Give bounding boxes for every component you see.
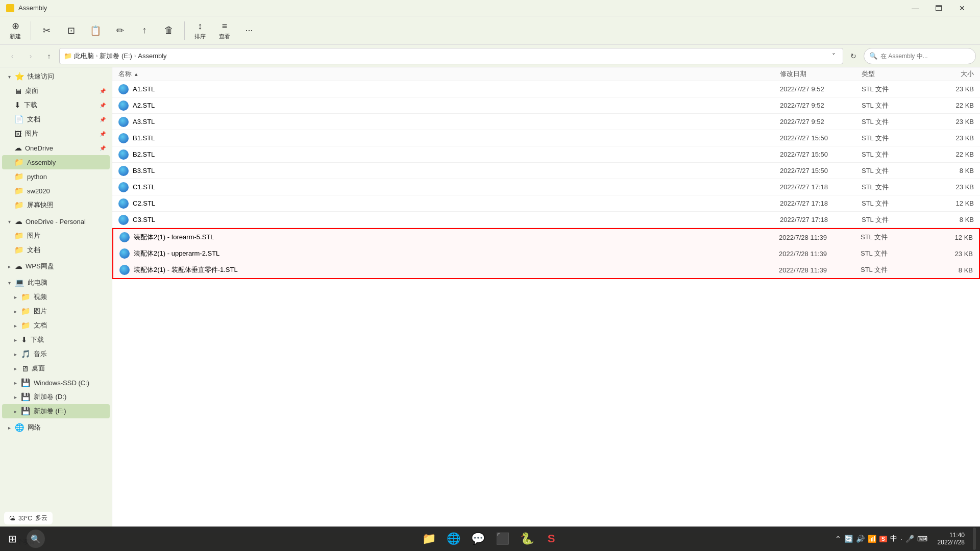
share-button[interactable]: ↑ [133, 18, 156, 43]
sidebar-item-python[interactable]: 📁 python [2, 169, 110, 184]
taskbar-app-terminal[interactable]: ⬛ [491, 528, 513, 550]
sidebar-pc-docs[interactable]: ▸ 📁 文档 [2, 318, 110, 333]
cut-button[interactable]: ✂ [35, 18, 58, 43]
forward-button[interactable]: › [22, 48, 39, 64]
tray-input-icon[interactable]: 中 [890, 534, 897, 543]
csdn-tray-icon[interactable]: S [879, 536, 887, 542]
taskbar-app-wechat[interactable]: 💬 [467, 528, 489, 550]
sidebar-thispc-header[interactable]: ▾ 💻 此电脑 [2, 276, 110, 290]
sidebar-wps-header[interactable]: ▸ ☁ WPS网盘 [2, 259, 110, 273]
taskbar-search-button[interactable]: 🔍 [27, 530, 45, 548]
clock[interactable]: 11:40 2022/7/28 [934, 532, 969, 546]
sidebar-item-documents[interactable]: 📄 文档 📌 [2, 112, 110, 127]
sidebar-drive-e[interactable]: ▸ 💾 新加卷 (E:) [2, 404, 110, 418]
sidebar-drive-c[interactable]: ▸ 💾 Windows-SSD (C:) [2, 375, 110, 390]
table-row[interactable]: B2.STL 2022/7/27 15:50 STL 文件 22 KB [112, 146, 980, 163]
sort-button[interactable]: ↕ 排序 [189, 18, 211, 43]
sidebar-item-screenshots[interactable]: 📁 屏幕快照 [2, 198, 110, 212]
download-icon: ⬇ [14, 101, 21, 110]
expand-icon-5: ▸ [14, 294, 17, 300]
col-size-header[interactable]: 大小 [923, 69, 974, 79]
file-name: 装配体2(1) - upperarm-2.STL [134, 249, 219, 258]
sidebar-pc-pictures[interactable]: ▸ 📁 图片 [2, 304, 110, 318]
table-row[interactable]: 装配体2(1) - forearm-5.STL 2022/7/28 11:39 … [113, 229, 979, 245]
file-date: 2022/7/27 15:50 [780, 151, 862, 158]
table-row[interactable]: 装配体2(1) - upperarm-2.STL 2022/7/28 11:39… [113, 245, 979, 262]
col-name-header[interactable]: 名称 ▲ [118, 69, 780, 79]
breadcrumb[interactable]: 📁 此电脑 › 新加卷 (E:) › Assembly ˅ [59, 48, 843, 64]
sidebar-item-assembly[interactable]: 📁 Assembly [2, 155, 110, 169]
table-row[interactable]: C1.STL 2022/7/27 17:18 STL 文件 23 KB [112, 179, 980, 195]
new-icon: ⊕ [12, 20, 19, 32]
sidebar-item-downloads[interactable]: ⬇ 下载 📌 [2, 98, 110, 112]
pc-downloads-label: 下载 [31, 335, 44, 344]
stl-file-icon [118, 149, 129, 160]
file-type: STL 文件 [862, 150, 923, 159]
back-button[interactable]: ‹ [4, 48, 20, 64]
table-row[interactable]: B1.STL 2022/7/27 15:50 STL 文件 23 KB [112, 130, 980, 146]
sidebar-onedrive-personal-header[interactable]: ▾ ☁ OneDrive - Personal [2, 214, 110, 229]
breadcrumb-dropdown[interactable]: ˅ [828, 52, 839, 60]
file-name-cell: C1.STL [118, 182, 780, 192]
tray-wifi-icon[interactable]: 📶 [868, 535, 876, 543]
table-row[interactable]: A3.STL 2022/7/27 9:52 STL 文件 23 KB [112, 114, 980, 130]
table-row[interactable]: C3.STL 2022/7/27 17:18 STL 文件 8 KB [112, 212, 980, 228]
tray-speaker-icon[interactable]: 🔊 [856, 535, 865, 543]
table-row[interactable]: 装配体2(1) - 装配体垂直零件-1.STL 2022/7/28 11:39 … [113, 262, 979, 278]
tray-mic-icon[interactable]: 🎤 [905, 535, 914, 543]
paste-button[interactable]: 📋 [84, 18, 107, 43]
expand-icon-14: ▸ [8, 425, 11, 431]
sidebar-quick-access-header[interactable]: ▾ ⭐ 快速访问 [2, 69, 110, 84]
table-row[interactable]: A2.STL 2022/7/27 9:52 STL 文件 22 KB [112, 97, 980, 114]
start-button[interactable]: ⊞ [0, 527, 24, 551]
sidebar-onedrive-pictures[interactable]: 📁 图片 [2, 229, 110, 243]
search-input[interactable] [880, 53, 970, 60]
sidebar-item-pictures[interactable]: 🖼 图片 📌 [2, 127, 110, 141]
more-button[interactable]: ··· [238, 18, 260, 43]
file-size: 23 KB [923, 183, 974, 191]
sidebar-item-desktop[interactable]: 🖥 桌面 📌 [2, 84, 110, 98]
taskbar-app-solidworks[interactable]: S [540, 528, 562, 550]
sidebar-onedrive-docs[interactable]: 📁 文档 [2, 243, 110, 257]
taskbar-app-browser[interactable]: 🌐 [442, 528, 464, 550]
more-icon: ··· [245, 25, 253, 36]
new-button[interactable]: ⊕ 新建 [4, 18, 27, 43]
sidebar-drive-d[interactable]: ▸ 💾 新加卷 (D:) [2, 390, 110, 404]
clock-date: 2022/7/28 [938, 539, 965, 546]
show-desktop-button[interactable] [973, 528, 976, 550]
tray-dot-icon[interactable]: · [900, 535, 902, 543]
maximize-button[interactable]: 🗖 [927, 0, 950, 16]
rename-button[interactable]: ✏ [109, 18, 131, 43]
taskbar-app-python[interactable]: 🐍 [516, 528, 538, 550]
table-row[interactable]: B3.STL 2022/7/27 15:50 STL 文件 8 KB [112, 163, 980, 179]
taskbar-app-explorer[interactable]: 📁 [418, 528, 440, 550]
search-box[interactable]: 🔍 [864, 48, 976, 64]
sidebar-network-header[interactable]: ▸ 🌐 网络 [2, 420, 110, 435]
tray-network-icon[interactable]: 🔄 [844, 535, 853, 543]
up-button[interactable]: ↑ [41, 48, 57, 64]
sidebar-pc-desktop[interactable]: ▸ 🖥 桌面 [2, 361, 110, 375]
stl-file-icon [118, 215, 129, 225]
col-date-header[interactable]: 修改日期 [780, 69, 862, 79]
sidebar-music[interactable]: ▸ 🎵 音乐 [2, 347, 110, 361]
sidebar-video[interactable]: ▸ 📁 视频 [2, 290, 110, 304]
sidebar-pc-downloads[interactable]: ▸ ⬇ 下载 [2, 333, 110, 347]
documents-label: 文档 [27, 115, 40, 124]
stl-file-icon [118, 84, 129, 94]
tray-keyboard-icon[interactable]: ⌨ [917, 535, 927, 543]
table-row[interactable]: C2.STL 2022/7/27 17:18 STL 文件 12 KB [112, 195, 980, 212]
sidebar-item-onedrive[interactable]: ☁ OneDrive 📌 [2, 141, 110, 155]
refresh-button[interactable]: ↻ [845, 48, 862, 64]
pc-docs-icon: 📁 [21, 321, 31, 330]
table-row[interactable]: A1.STL 2022/7/27 9:52 STL 文件 23 KB [112, 81, 980, 97]
col-type-header[interactable]: 类型 [862, 69, 923, 79]
copy-button[interactable]: ⊡ [60, 18, 82, 43]
tray-up-arrow[interactable]: ⌃ [835, 535, 841, 543]
expand-icon-6: ▸ [14, 309, 17, 314]
minimize-button[interactable]: — [903, 0, 927, 16]
sidebar-item-sw2020[interactable]: 📁 sw2020 [2, 184, 110, 198]
expand-icon-8: ▸ [14, 337, 17, 343]
view-button[interactable]: ≡ 查看 [213, 18, 236, 43]
delete-button[interactable]: 🗑 [158, 18, 180, 43]
close-button[interactable]: ✕ [950, 0, 974, 16]
